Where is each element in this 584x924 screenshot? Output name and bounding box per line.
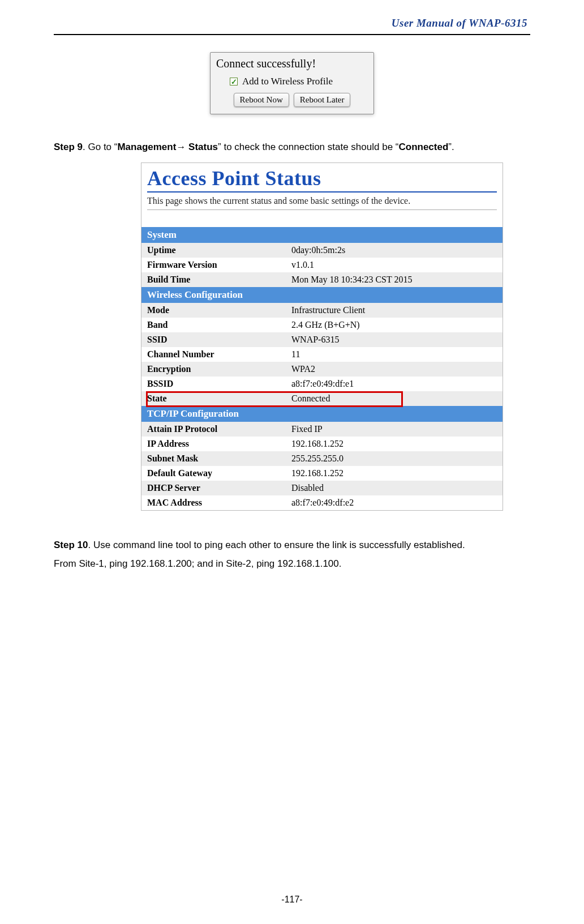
section-system: System (141, 227, 503, 243)
step10-prefix: Step 10 (54, 540, 88, 550)
section-wireless: Wireless Configuration (141, 287, 503, 303)
status-panel-description: This page shows the current status and s… (141, 196, 503, 209)
section-tcpip: TCP/IP Configuration (141, 406, 503, 422)
row-bssid: BSSIDa8:f7:e0:49:df:e1 (141, 377, 503, 391)
row-channel: Channel Number11 (141, 347, 503, 362)
status-panel-title: Access Point Status (141, 163, 503, 190)
row-ip-address: IP Address192.168.1.252 (141, 437, 503, 451)
add-to-profile-label: Add to Wireless Profile (242, 76, 333, 87)
reboot-now-button[interactable]: Reboot Now (234, 93, 289, 107)
step10-line1: Step 10. Use command line tool to ping e… (54, 538, 530, 553)
manual-header-title: User Manual of WNAP-6315 (54, 17, 530, 29)
row-mac-address: MAC Addressa8:f7:e0:49:df:e2 (141, 495, 503, 510)
access-point-status-panel: Access Point Status This page shows the … (141, 162, 503, 511)
row-default-gateway: Default Gateway192.168.1.252 (141, 466, 503, 481)
header-divider (54, 34, 530, 35)
status-title-rule (147, 191, 497, 192)
page-number: -117- (0, 895, 584, 905)
step10-line2: From Site-1, ping 192.168.1.200; and in … (54, 557, 530, 571)
row-subnet-mask: Subnet Mask255.255.255.0 (141, 451, 503, 466)
row-dhcp-server: DHCP ServerDisabled (141, 481, 503, 495)
row-firmware: Firmware Versionv1.0.1 (141, 258, 503, 272)
row-encryption: EncryptionWPA2 (141, 362, 503, 377)
row-mode: ModeInfrastructure Client (141, 303, 503, 318)
row-uptime: Uptime0day:0h:5m:2s (141, 243, 503, 258)
step9-text: Step 9. Go to “Management→ Status” to ch… (54, 140, 530, 155)
reboot-later-button[interactable]: Reboot Later (294, 93, 351, 107)
checkbox-checked-icon[interactable]: ✓ (230, 78, 238, 85)
step9-prefix: Step 9 (54, 142, 83, 152)
dialog-title: Connect successfully! (211, 53, 373, 74)
row-ssid: SSIDWNAP-6315 (141, 332, 503, 347)
row-build-time: Build TimeMon May 18 10:34:23 CST 2015 (141, 272, 503, 287)
connect-success-dialog: Connect successfully! ✓ Add to Wireless … (210, 52, 374, 114)
row-attain-ip: Attain IP ProtocolFixed IP (141, 422, 503, 437)
row-state: StateConnected (141, 391, 503, 406)
status-table: System Uptime0day:0h:5m:2s Firmware Vers… (141, 227, 503, 510)
status-desc-rule (147, 209, 497, 210)
row-band: Band2.4 GHz (B+G+N) (141, 318, 503, 332)
